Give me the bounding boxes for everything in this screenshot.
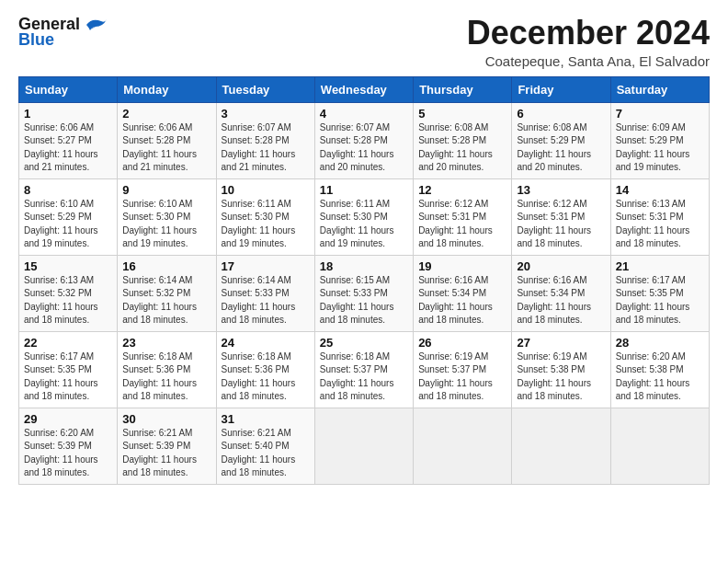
- day-info: Sunrise: 6:09 AMSunset: 5:29 PMDaylight:…: [616, 122, 690, 173]
- table-row: 22 Sunrise: 6:17 AMSunset: 5:35 PMDaylig…: [19, 331, 118, 408]
- day-info: Sunrise: 6:10 AMSunset: 5:30 PMDaylight:…: [122, 199, 197, 249]
- day-info: Sunrise: 6:12 AMSunset: 5:31 PMDaylight:…: [517, 199, 591, 249]
- day-number: 6: [517, 107, 605, 121]
- day-number: 29: [24, 412, 112, 426]
- day-number: 15: [24, 259, 112, 273]
- day-info: Sunrise: 6:15 AMSunset: 5:33 PMDaylight:…: [320, 275, 394, 326]
- day-info: Sunrise: 6:11 AMSunset: 5:30 PMDaylight:…: [222, 199, 296, 249]
- table-row: 26 Sunrise: 6:19 AMSunset: 5:37 PMDaylig…: [414, 331, 512, 408]
- table-row: 15 Sunrise: 6:13 AMSunset: 5:32 PMDaylig…: [19, 255, 118, 331]
- table-row: 29 Sunrise: 6:20 AMSunset: 5:39 PMDaylig…: [19, 408, 118, 484]
- day-number: 27: [517, 336, 605, 350]
- day-info: Sunrise: 6:16 AMSunset: 5:34 PMDaylight:…: [418, 275, 493, 326]
- logo-blue: Blue: [18, 30, 54, 50]
- day-number: 8: [24, 183, 112, 197]
- table-row: 16 Sunrise: 6:14 AMSunset: 5:32 PMDaylig…: [118, 255, 216, 331]
- day-number: 16: [122, 259, 210, 273]
- day-info: Sunrise: 6:20 AMSunset: 5:38 PMDaylight:…: [616, 351, 690, 402]
- header-saturday: Saturday: [610, 76, 709, 102]
- day-info: Sunrise: 6:08 AMSunset: 5:29 PMDaylight:…: [517, 122, 591, 173]
- day-info: Sunrise: 6:21 AMSunset: 5:40 PMDaylight:…: [222, 428, 296, 478]
- day-number: 30: [122, 412, 210, 426]
- table-row: 11 Sunrise: 6:11 AMSunset: 5:30 PMDaylig…: [314, 178, 413, 255]
- day-info: Sunrise: 6:19 AMSunset: 5:37 PMDaylight:…: [418, 351, 493, 402]
- day-info: Sunrise: 6:19 AMSunset: 5:38 PMDaylight:…: [517, 351, 591, 402]
- day-info: Sunrise: 6:13 AMSunset: 5:31 PMDaylight:…: [616, 199, 690, 249]
- table-row: [512, 408, 610, 484]
- table-row: 20 Sunrise: 6:16 AMSunset: 5:34 PMDaylig…: [512, 255, 610, 331]
- table-row: [314, 408, 413, 484]
- header: General Blue December 2024 Coatepeque, S…: [18, 15, 710, 69]
- table-row: 14 Sunrise: 6:13 AMSunset: 5:31 PMDaylig…: [610, 178, 709, 255]
- table-row: 4 Sunrise: 6:07 AMSunset: 5:28 PMDayligh…: [314, 102, 413, 178]
- day-number: 13: [517, 183, 605, 197]
- day-number: 26: [418, 336, 506, 350]
- table-row: 2 Sunrise: 6:06 AMSunset: 5:28 PMDayligh…: [118, 102, 216, 178]
- title-area: December 2024 Coatepeque, Santa Ana, El …: [467, 15, 710, 69]
- day-info: Sunrise: 6:21 AMSunset: 5:39 PMDaylight:…: [122, 428, 197, 478]
- day-info: Sunrise: 6:07 AMSunset: 5:28 PMDaylight:…: [222, 122, 296, 173]
- table-row: 19 Sunrise: 6:16 AMSunset: 5:34 PMDaylig…: [414, 255, 512, 331]
- table-row: 8 Sunrise: 6:10 AMSunset: 5:29 PMDayligh…: [19, 178, 118, 255]
- table-row: 13 Sunrise: 6:12 AMSunset: 5:31 PMDaylig…: [512, 178, 610, 255]
- day-info: Sunrise: 6:16 AMSunset: 5:34 PMDaylight:…: [517, 275, 591, 326]
- day-number: 25: [320, 336, 408, 350]
- header-sunday: Sunday: [19, 76, 118, 102]
- logo-bird-icon: [83, 16, 108, 34]
- header-friday: Friday: [512, 76, 610, 102]
- table-row: 28 Sunrise: 6:20 AMSunset: 5:38 PMDaylig…: [610, 331, 709, 408]
- header-wednesday: Wednesday: [314, 76, 413, 102]
- day-info: Sunrise: 6:14 AMSunset: 5:33 PMDaylight:…: [222, 275, 296, 326]
- calendar-body: 1 Sunrise: 6:06 AMSunset: 5:27 PMDayligh…: [19, 102, 710, 484]
- day-info: Sunrise: 6:07 AMSunset: 5:28 PMDaylight:…: [320, 122, 394, 173]
- calendar-title: December 2024: [467, 15, 710, 52]
- day-info: Sunrise: 6:17 AMSunset: 5:35 PMDaylight:…: [616, 275, 690, 326]
- table-row: 12 Sunrise: 6:12 AMSunset: 5:31 PMDaylig…: [414, 178, 512, 255]
- header-monday: Monday: [118, 76, 216, 102]
- calendar-subtitle: Coatepeque, Santa Ana, El Salvador: [467, 53, 710, 69]
- table-row: 9 Sunrise: 6:10 AMSunset: 5:30 PMDayligh…: [118, 178, 216, 255]
- day-number: 20: [517, 259, 605, 273]
- day-number: 3: [222, 107, 310, 121]
- calendar-week-4: 22 Sunrise: 6:17 AMSunset: 5:35 PMDaylig…: [19, 331, 710, 408]
- day-number: 23: [122, 336, 210, 350]
- day-info: Sunrise: 6:17 AMSunset: 5:35 PMDaylight:…: [24, 351, 98, 402]
- day-number: 19: [418, 259, 506, 273]
- day-number: 22: [24, 336, 112, 350]
- day-number: 4: [320, 107, 408, 121]
- table-row: 27 Sunrise: 6:19 AMSunset: 5:38 PMDaylig…: [512, 331, 610, 408]
- header-tuesday: Tuesday: [216, 76, 314, 102]
- table-row: 3 Sunrise: 6:07 AMSunset: 5:28 PMDayligh…: [216, 102, 314, 178]
- table-row: 18 Sunrise: 6:15 AMSunset: 5:33 PMDaylig…: [314, 255, 413, 331]
- day-number: 17: [222, 259, 310, 273]
- day-info: Sunrise: 6:06 AMSunset: 5:28 PMDaylight:…: [122, 122, 197, 173]
- day-info: Sunrise: 6:20 AMSunset: 5:39 PMDaylight:…: [24, 428, 98, 478]
- table-row: [610, 408, 709, 484]
- day-info: Sunrise: 6:18 AMSunset: 5:37 PMDaylight:…: [320, 351, 394, 402]
- day-number: 1: [24, 107, 112, 121]
- table-row: 1 Sunrise: 6:06 AMSunset: 5:27 PMDayligh…: [19, 102, 118, 178]
- calendar-table: Sunday Monday Tuesday Wednesday Thursday…: [18, 76, 710, 485]
- day-info: Sunrise: 6:06 AMSunset: 5:27 PMDaylight:…: [24, 122, 98, 173]
- logo-area: General Blue: [18, 15, 108, 50]
- table-row: 5 Sunrise: 6:08 AMSunset: 5:28 PMDayligh…: [414, 102, 512, 178]
- table-row: 31 Sunrise: 6:21 AMSunset: 5:40 PMDaylig…: [216, 408, 314, 484]
- table-row: 24 Sunrise: 6:18 AMSunset: 5:36 PMDaylig…: [216, 331, 314, 408]
- day-number: 10: [222, 183, 310, 197]
- table-row: 7 Sunrise: 6:09 AMSunset: 5:29 PMDayligh…: [610, 102, 709, 178]
- table-row: [414, 408, 512, 484]
- day-number: 28: [616, 336, 704, 350]
- table-row: 30 Sunrise: 6:21 AMSunset: 5:39 PMDaylig…: [118, 408, 216, 484]
- calendar-week-1: 1 Sunrise: 6:06 AMSunset: 5:27 PMDayligh…: [19, 102, 710, 178]
- day-number: 24: [222, 336, 310, 350]
- day-info: Sunrise: 6:13 AMSunset: 5:32 PMDaylight:…: [24, 275, 98, 326]
- day-info: Sunrise: 6:12 AMSunset: 5:31 PMDaylight:…: [418, 199, 493, 249]
- day-info: Sunrise: 6:18 AMSunset: 5:36 PMDaylight:…: [222, 351, 296, 402]
- day-number: 2: [122, 107, 210, 121]
- days-header-row: Sunday Monday Tuesday Wednesday Thursday…: [19, 76, 710, 102]
- day-info: Sunrise: 6:10 AMSunset: 5:29 PMDaylight:…: [24, 199, 98, 249]
- day-number: 5: [418, 107, 506, 121]
- calendar-week-2: 8 Sunrise: 6:10 AMSunset: 5:29 PMDayligh…: [19, 178, 710, 255]
- day-number: 18: [320, 259, 408, 273]
- day-info: Sunrise: 6:18 AMSunset: 5:36 PMDaylight:…: [122, 351, 197, 402]
